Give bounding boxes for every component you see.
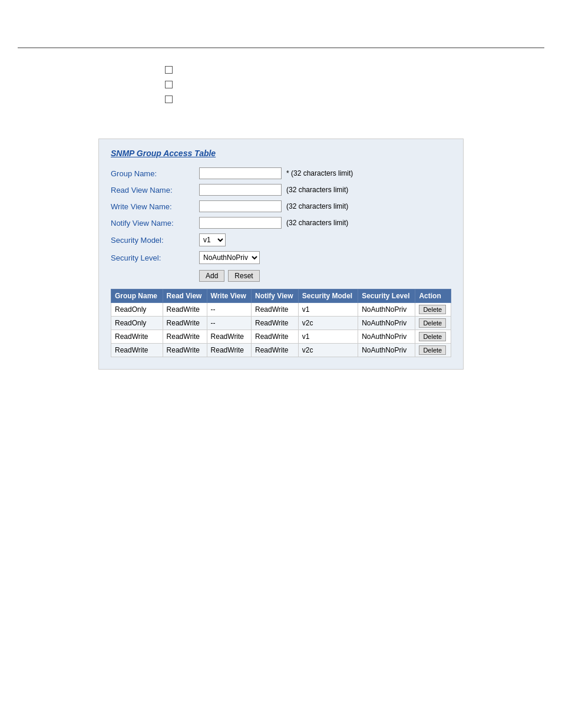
cell-security-model: v2c <box>298 344 358 357</box>
top-divider <box>18 47 544 48</box>
table-row: ReadOnly ReadWrite -- ReadWrite v1 NoAut… <box>111 303 451 317</box>
cell-security-model: v1 <box>298 303 358 317</box>
cell-notify-view: ReadWrite <box>252 344 299 357</box>
col-header-group-name: Group Name <box>111 289 163 303</box>
cell-group-name: ReadOnly <box>111 303 163 317</box>
col-header-security-model: Security Model <box>298 289 358 303</box>
table-row: ReadOnly ReadWrite -- ReadWrite v2c NoAu… <box>111 317 451 330</box>
security-level-row: Security Level: NoAuthNoPriv AuthNoPriv … <box>111 251 451 264</box>
col-header-notify-view: Notify View <box>252 289 299 303</box>
security-model-label: Security Model: <box>111 236 199 245</box>
cell-action: Delete <box>415 344 451 357</box>
read-view-name-input[interactable] <box>199 184 282 196</box>
cell-notify-view: ReadWrite <box>252 303 299 317</box>
security-model-select[interactable]: v1 v2c v3 <box>199 233 226 246</box>
cell-security-level: NoAuthNoPriv <box>358 303 415 317</box>
reset-button[interactable]: Reset <box>228 270 259 282</box>
read-view-name-label: Read View Name: <box>111 186 199 195</box>
cell-write-view: -- <box>207 303 251 317</box>
group-name-row: Group Name: * (32 characters limit) <box>111 167 451 179</box>
cell-notify-view: ReadWrite <box>252 317 299 330</box>
button-row: Add Reset <box>199 270 451 282</box>
cell-security-level: NoAuthNoPriv <box>358 330 415 344</box>
checkbox-row-3 <box>165 95 562 103</box>
col-header-action: Action <box>415 289 451 303</box>
checkbox-row-1 <box>165 66 562 74</box>
table-header-row: Group Name Read View Write View Notify V… <box>111 289 451 303</box>
security-model-row: Security Model: v1 v2c v3 <box>111 233 451 246</box>
table-row: ReadWrite ReadWrite ReadWrite ReadWrite … <box>111 330 451 344</box>
checkbox-3[interactable] <box>165 95 173 103</box>
cell-security-model: v1 <box>298 330 358 344</box>
group-name-label: Group Name: <box>111 169 199 178</box>
cell-read-view: ReadWrite <box>163 344 207 357</box>
notify-view-name-row: Notify View Name: (32 characters limit) <box>111 217 451 229</box>
delete-button-0[interactable]: Delete <box>419 305 446 314</box>
delete-button-3[interactable]: Delete <box>419 345 446 355</box>
cell-group-name: ReadOnly <box>111 317 163 330</box>
cell-write-view: ReadWrite <box>207 344 251 357</box>
add-button[interactable]: Add <box>199 270 224 282</box>
snmp-panel-title: SNMP Group Access Table <box>111 149 451 158</box>
main-content: SNMP Group Access Table Group Name: * (3… <box>18 139 544 370</box>
cell-group-name: ReadWrite <box>111 330 163 344</box>
read-view-name-hint: (32 characters limit) <box>286 186 348 194</box>
cell-group-name: ReadWrite <box>111 344 163 357</box>
group-name-hint: * (32 characters limit) <box>286 169 353 177</box>
table-row: ReadWrite ReadWrite ReadWrite ReadWrite … <box>111 344 451 357</box>
cell-read-view: ReadWrite <box>163 317 207 330</box>
notify-view-name-hint: (32 characters limit) <box>286 219 348 227</box>
col-header-read-view: Read View <box>163 289 207 303</box>
cell-read-view: ReadWrite <box>163 303 207 317</box>
checkbox-section <box>165 66 562 103</box>
cell-action: Delete <box>415 317 451 330</box>
notify-view-name-input[interactable] <box>199 217 282 229</box>
page-wrapper: SNMP Group Access Table Group Name: * (3… <box>0 47 562 728</box>
col-header-write-view: Write View <box>207 289 251 303</box>
snmp-panel: SNMP Group Access Table Group Name: * (3… <box>98 139 464 370</box>
cell-notify-view: ReadWrite <box>252 330 299 344</box>
delete-button-2[interactable]: Delete <box>419 332 446 341</box>
cell-read-view: ReadWrite <box>163 330 207 344</box>
cell-write-view: ReadWrite <box>207 330 251 344</box>
col-header-security-level: Security Level <box>358 289 415 303</box>
snmp-group-table: Group Name Read View Write View Notify V… <box>111 289 451 357</box>
write-view-name-label: Write View Name: <box>111 202 199 211</box>
group-name-input[interactable] <box>199 167 282 179</box>
cell-security-level: NoAuthNoPriv <box>358 344 415 357</box>
write-view-name-hint: (32 characters limit) <box>286 202 348 210</box>
checkbox-2[interactable] <box>165 81 173 88</box>
cell-security-model: v2c <box>298 317 358 330</box>
cell-action: Delete <box>415 330 451 344</box>
delete-button-1[interactable]: Delete <box>419 318 446 328</box>
write-view-name-input[interactable] <box>199 200 282 212</box>
checkbox-row-2 <box>165 81 562 88</box>
notify-view-name-label: Notify View Name: <box>111 219 199 228</box>
checkbox-1[interactable] <box>165 66 173 74</box>
cell-security-level: NoAuthNoPriv <box>358 317 415 330</box>
write-view-name-row: Write View Name: (32 characters limit) <box>111 200 451 212</box>
cell-write-view: -- <box>207 317 251 330</box>
cell-action: Delete <box>415 303 451 317</box>
security-level-select[interactable]: NoAuthNoPriv AuthNoPriv AuthPriv <box>199 251 260 264</box>
security-level-label: Security Level: <box>111 253 199 262</box>
read-view-name-row: Read View Name: (32 characters limit) <box>111 184 451 196</box>
